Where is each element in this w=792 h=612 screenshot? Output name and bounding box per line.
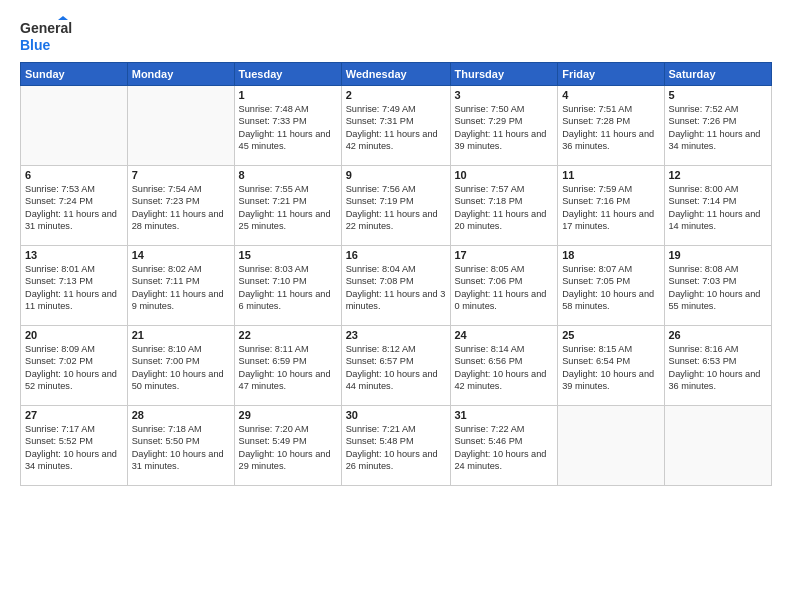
day-info: Sunrise: 7:54 AMSunset: 7:23 PMDaylight:… xyxy=(132,183,230,233)
day-number: 12 xyxy=(669,169,768,181)
weekday-friday: Friday xyxy=(558,63,664,86)
day-number: 8 xyxy=(239,169,337,181)
day-number: 30 xyxy=(346,409,446,421)
day-info: Sunrise: 7:56 AMSunset: 7:19 PMDaylight:… xyxy=(346,183,446,233)
calendar-cell: 30Sunrise: 7:21 AMSunset: 5:48 PMDayligh… xyxy=(341,406,450,486)
day-info: Sunrise: 7:18 AMSunset: 5:50 PMDaylight:… xyxy=(132,423,230,473)
day-number: 16 xyxy=(346,249,446,261)
calendar-cell xyxy=(21,86,128,166)
day-info: Sunrise: 8:04 AMSunset: 7:08 PMDaylight:… xyxy=(346,263,446,313)
day-number: 27 xyxy=(25,409,123,421)
day-info: Sunrise: 7:52 AMSunset: 7:26 PMDaylight:… xyxy=(669,103,768,153)
calendar-cell: 1Sunrise: 7:48 AMSunset: 7:33 PMDaylight… xyxy=(234,86,341,166)
calendar-table: SundayMondayTuesdayWednesdayThursdayFrid… xyxy=(20,62,772,486)
day-number: 29 xyxy=(239,409,337,421)
calendar-cell: 16Sunrise: 8:04 AMSunset: 7:08 PMDayligh… xyxy=(341,246,450,326)
day-info: Sunrise: 7:21 AMSunset: 5:48 PMDaylight:… xyxy=(346,423,446,473)
day-info: Sunrise: 7:22 AMSunset: 5:46 PMDaylight:… xyxy=(455,423,554,473)
day-number: 3 xyxy=(455,89,554,101)
calendar-cell: 15Sunrise: 8:03 AMSunset: 7:10 PMDayligh… xyxy=(234,246,341,326)
calendar-cell: 4Sunrise: 7:51 AMSunset: 7:28 PMDaylight… xyxy=(558,86,664,166)
day-number: 2 xyxy=(346,89,446,101)
calendar-cell: 18Sunrise: 8:07 AMSunset: 7:05 PMDayligh… xyxy=(558,246,664,326)
day-info: Sunrise: 7:51 AMSunset: 7:28 PMDaylight:… xyxy=(562,103,659,153)
day-number: 6 xyxy=(25,169,123,181)
day-number: 15 xyxy=(239,249,337,261)
calendar-cell: 17Sunrise: 8:05 AMSunset: 7:06 PMDayligh… xyxy=(450,246,558,326)
week-row-3: 13Sunrise: 8:01 AMSunset: 7:13 PMDayligh… xyxy=(21,246,772,326)
calendar-cell: 24Sunrise: 8:14 AMSunset: 6:56 PMDayligh… xyxy=(450,326,558,406)
logo-icon: GeneralBlue xyxy=(20,16,72,54)
calendar-cell: 27Sunrise: 7:17 AMSunset: 5:52 PMDayligh… xyxy=(21,406,128,486)
day-number: 17 xyxy=(455,249,554,261)
day-info: Sunrise: 7:48 AMSunset: 7:33 PMDaylight:… xyxy=(239,103,337,153)
calendar-cell xyxy=(127,86,234,166)
calendar-cell xyxy=(558,406,664,486)
calendar-cell: 26Sunrise: 8:16 AMSunset: 6:53 PMDayligh… xyxy=(664,326,772,406)
calendar-cell: 11Sunrise: 7:59 AMSunset: 7:16 PMDayligh… xyxy=(558,166,664,246)
svg-text:General: General xyxy=(20,20,72,36)
day-number: 13 xyxy=(25,249,123,261)
day-info: Sunrise: 8:15 AMSunset: 6:54 PMDaylight:… xyxy=(562,343,659,393)
calendar-cell xyxy=(664,406,772,486)
calendar-cell: 21Sunrise: 8:10 AMSunset: 7:00 PMDayligh… xyxy=(127,326,234,406)
weekday-thursday: Thursday xyxy=(450,63,558,86)
svg-marker-2 xyxy=(58,16,68,20)
day-number: 22 xyxy=(239,329,337,341)
calendar-cell: 10Sunrise: 7:57 AMSunset: 7:18 PMDayligh… xyxy=(450,166,558,246)
day-info: Sunrise: 8:16 AMSunset: 6:53 PMDaylight:… xyxy=(669,343,768,393)
day-number: 7 xyxy=(132,169,230,181)
day-number: 19 xyxy=(669,249,768,261)
calendar-cell: 14Sunrise: 8:02 AMSunset: 7:11 PMDayligh… xyxy=(127,246,234,326)
calendar-cell: 23Sunrise: 8:12 AMSunset: 6:57 PMDayligh… xyxy=(341,326,450,406)
day-number: 25 xyxy=(562,329,659,341)
day-number: 20 xyxy=(25,329,123,341)
calendar-cell: 2Sunrise: 7:49 AMSunset: 7:31 PMDaylight… xyxy=(341,86,450,166)
svg-text:Blue: Blue xyxy=(20,37,51,53)
calendar-cell: 28Sunrise: 7:18 AMSunset: 5:50 PMDayligh… xyxy=(127,406,234,486)
day-number: 11 xyxy=(562,169,659,181)
calendar-cell: 13Sunrise: 8:01 AMSunset: 7:13 PMDayligh… xyxy=(21,246,128,326)
day-number: 28 xyxy=(132,409,230,421)
day-number: 31 xyxy=(455,409,554,421)
day-info: Sunrise: 8:09 AMSunset: 7:02 PMDaylight:… xyxy=(25,343,123,393)
calendar-cell: 31Sunrise: 7:22 AMSunset: 5:46 PMDayligh… xyxy=(450,406,558,486)
day-number: 14 xyxy=(132,249,230,261)
calendar-cell: 8Sunrise: 7:55 AMSunset: 7:21 PMDaylight… xyxy=(234,166,341,246)
day-info: Sunrise: 7:53 AMSunset: 7:24 PMDaylight:… xyxy=(25,183,123,233)
day-info: Sunrise: 8:07 AMSunset: 7:05 PMDaylight:… xyxy=(562,263,659,313)
week-row-5: 27Sunrise: 7:17 AMSunset: 5:52 PMDayligh… xyxy=(21,406,772,486)
calendar-cell: 6Sunrise: 7:53 AMSunset: 7:24 PMDaylight… xyxy=(21,166,128,246)
day-info: Sunrise: 8:12 AMSunset: 6:57 PMDaylight:… xyxy=(346,343,446,393)
day-info: Sunrise: 8:11 AMSunset: 6:59 PMDaylight:… xyxy=(239,343,337,393)
day-info: Sunrise: 8:10 AMSunset: 7:00 PMDaylight:… xyxy=(132,343,230,393)
day-number: 1 xyxy=(239,89,337,101)
header: GeneralBlue xyxy=(20,16,772,54)
day-info: Sunrise: 8:01 AMSunset: 7:13 PMDaylight:… xyxy=(25,263,123,313)
day-info: Sunrise: 7:50 AMSunset: 7:29 PMDaylight:… xyxy=(455,103,554,153)
day-info: Sunrise: 8:03 AMSunset: 7:10 PMDaylight:… xyxy=(239,263,337,313)
day-info: Sunrise: 8:00 AMSunset: 7:14 PMDaylight:… xyxy=(669,183,768,233)
day-info: Sunrise: 7:49 AMSunset: 7:31 PMDaylight:… xyxy=(346,103,446,153)
calendar-cell: 22Sunrise: 8:11 AMSunset: 6:59 PMDayligh… xyxy=(234,326,341,406)
day-info: Sunrise: 7:59 AMSunset: 7:16 PMDaylight:… xyxy=(562,183,659,233)
weekday-header-row: SundayMondayTuesdayWednesdayThursdayFrid… xyxy=(21,63,772,86)
calendar-cell: 20Sunrise: 8:09 AMSunset: 7:02 PMDayligh… xyxy=(21,326,128,406)
week-row-1: 1Sunrise: 7:48 AMSunset: 7:33 PMDaylight… xyxy=(21,86,772,166)
weekday-sunday: Sunday xyxy=(21,63,128,86)
day-number: 9 xyxy=(346,169,446,181)
weekday-saturday: Saturday xyxy=(664,63,772,86)
day-info: Sunrise: 8:02 AMSunset: 7:11 PMDaylight:… xyxy=(132,263,230,313)
calendar-cell: 12Sunrise: 8:00 AMSunset: 7:14 PMDayligh… xyxy=(664,166,772,246)
day-number: 21 xyxy=(132,329,230,341)
calendar-cell: 29Sunrise: 7:20 AMSunset: 5:49 PMDayligh… xyxy=(234,406,341,486)
day-info: Sunrise: 8:05 AMSunset: 7:06 PMDaylight:… xyxy=(455,263,554,313)
day-number: 4 xyxy=(562,89,659,101)
day-info: Sunrise: 7:20 AMSunset: 5:49 PMDaylight:… xyxy=(239,423,337,473)
calendar-cell: 5Sunrise: 7:52 AMSunset: 7:26 PMDaylight… xyxy=(664,86,772,166)
logo: GeneralBlue xyxy=(20,16,72,54)
weekday-tuesday: Tuesday xyxy=(234,63,341,86)
week-row-2: 6Sunrise: 7:53 AMSunset: 7:24 PMDaylight… xyxy=(21,166,772,246)
week-row-4: 20Sunrise: 8:09 AMSunset: 7:02 PMDayligh… xyxy=(21,326,772,406)
weekday-wednesday: Wednesday xyxy=(341,63,450,86)
